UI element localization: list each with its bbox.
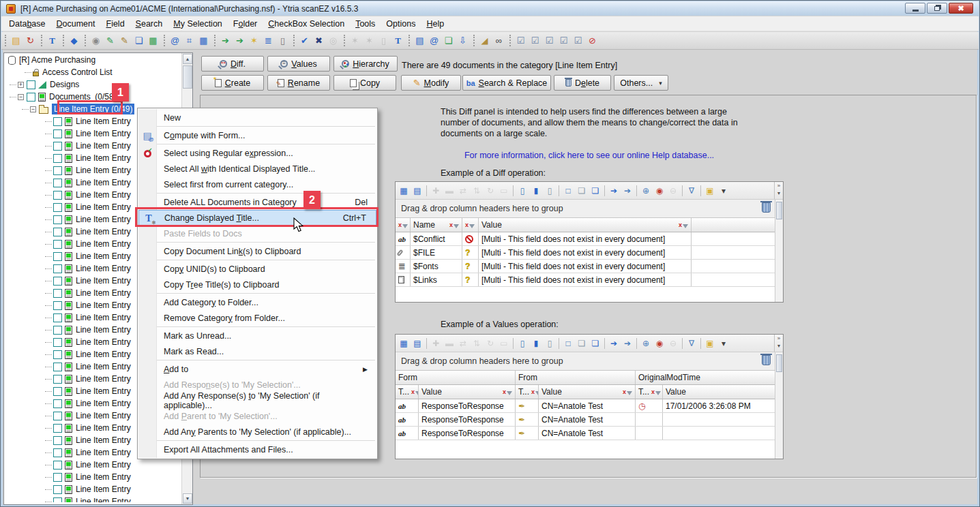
values-group-band[interactable]: Drag & drop column headers here to group — [396, 352, 783, 371]
menu-help[interactable]: Help — [421, 17, 449, 31]
trash-icon[interactable] — [762, 202, 771, 213]
menu-item-remove-category-from-folder[interactable]: Remove Category from Folder... — [138, 310, 377, 326]
form-at-icon[interactable]: ▤ — [413, 34, 427, 48]
col-freeze-icon[interactable]: ▯ — [516, 337, 529, 350]
checkbox[interactable] — [53, 412, 62, 420]
checkbox[interactable] — [27, 80, 35, 89]
menu-item-select-using-regular-expression[interactable]: Select using Regular expression... — [138, 145, 377, 161]
remove-row-icon[interactable]: ▬ — [443, 337, 456, 350]
column-header-value[interactable]: Value — [419, 385, 516, 399]
values-button[interactable]: Values — [267, 56, 330, 72]
column-header[interactable] — [692, 218, 776, 232]
menu-item-paste-fields-to-docs[interactable]: Paste Fields to Docs — [138, 226, 377, 241]
export-doc-icon[interactable]: ➔ — [218, 34, 233, 48]
minimize-button[interactable] — [905, 3, 925, 14]
menu-item-select-all-with-identical-displayed-title[interactable]: Select All with Identical Displayed Titl… — [138, 161, 377, 176]
column-header[interactable] — [396, 218, 411, 232]
note-add-icon[interactable]: ▣ — [703, 184, 717, 197]
checkbox[interactable] — [53, 228, 62, 236]
copy-grid-icon[interactable]: ❏ — [589, 337, 602, 350]
delete-button[interactable]: Delete — [554, 75, 611, 91]
hierarchy-button[interactable]: Hierarchy — [333, 56, 398, 72]
new-response-icon[interactable]: ✶ — [348, 34, 362, 48]
filter-icon[interactable] — [398, 221, 408, 228]
arrange-icon[interactable]: ▭ — [497, 184, 511, 197]
diff-group-band[interactable]: Drag & drop column headers here to group — [396, 200, 783, 218]
export-grid-icon[interactable]: ➔ — [607, 184, 621, 197]
checkbox[interactable] — [53, 215, 62, 224]
menu-folder[interactable]: Folder — [228, 17, 263, 31]
copy-grid-icon[interactable]: ❏ — [589, 184, 602, 197]
menu-item-delete-all-documents-in-category[interactable]: Delete ALL Documents in CategoryDel — [138, 194, 377, 210]
menu-item-mark-as-unread[interactable]: Mark as Unread... — [138, 328, 377, 343]
grid-row[interactable]: ≣$Fonts?[Multi - This field does not exi… — [396, 260, 783, 273]
title-icon[interactable]: T — [391, 34, 405, 48]
copy-rows-icon[interactable]: ❏ — [575, 337, 589, 350]
checkbox[interactable] — [53, 179, 62, 187]
toolbar-dropdown-icon[interactable]: ▾ — [717, 337, 730, 350]
checkbox[interactable] — [53, 264, 62, 273]
menu-item-add-parent-to-my-selection[interactable]: Add Parent to 'My Selection'... — [138, 408, 377, 424]
collapse-icon[interactable]: − — [18, 94, 24, 100]
checkbox[interactable] — [53, 129, 62, 138]
checkbox[interactable] — [53, 154, 62, 163]
filter-icon[interactable] — [503, 388, 512, 395]
checkbox[interactable] — [53, 203, 62, 212]
grid-row[interactable]: $Links?[Multi - This field does not exis… — [396, 273, 783, 287]
menu-item-export-all-attachments-and-files[interactable]: Export All Attachments and Files... — [138, 442, 377, 457]
tree-item[interactable]: Line Item Entry — [4, 495, 181, 502]
column-header-value[interactable]: Value — [663, 385, 776, 399]
checkbox[interactable] — [53, 436, 62, 445]
toolbar-overflow[interactable]: »▾ — [774, 335, 783, 352]
values-grid-scrollbar[interactable] — [775, 352, 783, 459]
menu-item-copy-document-link-s-to-clipboard[interactable]: Copy Document Link(s) to Clipboard — [138, 243, 377, 259]
help-link[interactable]: For more information, click here to see … — [395, 151, 784, 160]
modify-button[interactable]: ✎Modify — [401, 75, 461, 91]
at2-icon[interactable]: @ — [427, 34, 441, 48]
menu-item-add-any-parents-to-my-selection-if-applicable[interactable]: Add Any Parents to 'My Selection' (if ap… — [138, 424, 377, 440]
col-select-icon[interactable]: ▮ — [529, 337, 543, 350]
view-grid-icon[interactable]: ▦ — [196, 34, 211, 48]
tree-item[interactable]: Line Item Entry — [4, 471, 181, 483]
checkbox[interactable] — [53, 448, 62, 457]
menu-item-change-displayed-title[interactable]: TChange Displayed Title...Ctrl+T — [138, 210, 376, 226]
filter-funnel-icon[interactable]: ∇ — [685, 184, 698, 197]
filter-funnel-icon[interactable]: ∇ — [685, 337, 698, 350]
new-response2-icon[interactable]: ✶ — [362, 34, 376, 48]
grid-settings-icon[interactable]: ▦ — [397, 184, 411, 197]
grid-edit-icon[interactable]: ▤ — [411, 184, 424, 197]
scroll-down-icon[interactable]: ▼ — [183, 493, 192, 504]
col-hide-icon[interactable]: ▯ — [543, 337, 556, 350]
checkbox[interactable] — [53, 485, 62, 494]
expand-icon[interactable]: + — [18, 82, 24, 88]
edit-values-icon[interactable]: ✎ — [103, 34, 117, 48]
checkbox[interactable] — [53, 338, 62, 347]
promote-icon[interactable]: ⇄ — [456, 184, 470, 197]
zoom-in-icon[interactable]: ⊕ — [639, 184, 653, 197]
group-header-form[interactable]: Form — [396, 371, 516, 384]
checkbox[interactable] — [53, 289, 62, 298]
checkbox[interactable] — [53, 363, 62, 371]
search-replace-button[interactable]: baSearch & Replace — [462, 75, 551, 91]
scroll-thumb[interactable] — [183, 65, 192, 89]
filter-icon[interactable] — [465, 221, 475, 228]
filter-icon[interactable] — [651, 388, 661, 395]
toolbar-dropdown-icon[interactable]: ▾ — [717, 184, 730, 197]
note-add-icon[interactable]: ▣ — [703, 337, 717, 350]
checkbox[interactable] — [53, 240, 62, 249]
checkbox[interactable] — [53, 461, 62, 470]
create-button[interactable]: Create — [201, 75, 264, 91]
menu-document[interactable]: Document — [51, 17, 101, 31]
menu-item-copy-unid-s-to-clipboard[interactable]: Copy UNID(s) to Clipboard — [138, 261, 377, 277]
region-icon[interactable]: □ — [561, 337, 575, 350]
checkbox[interactable] — [53, 473, 62, 482]
filter-icon[interactable] — [449, 221, 459, 228]
grid-row[interactable]: ab$Conflict[Multi - This field does not … — [396, 232, 783, 246]
checkbox[interactable] — [53, 424, 62, 433]
tree-item[interactable]: [R] Acme Purchasing — [4, 54, 181, 66]
grid-edit-icon[interactable]: ▤ — [411, 337, 424, 350]
checkbox[interactable] — [53, 375, 62, 384]
trash-icon[interactable]: ▯ — [276, 34, 290, 48]
menu-item-new[interactable]: New — [138, 110, 377, 125]
diff-button[interactable]: Diff. — [201, 56, 264, 72]
